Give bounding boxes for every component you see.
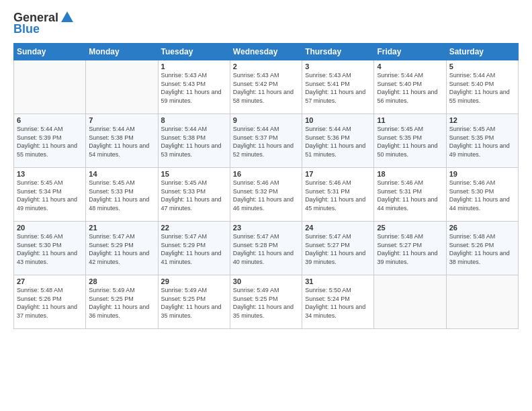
day-cell: 21Sunrise: 5:47 AM Sunset: 5:29 PM Dayli… bbox=[86, 222, 158, 275]
day-cell: 3Sunrise: 5:43 AM Sunset: 5:41 PM Daylig… bbox=[302, 60, 374, 114]
day-number: 4 bbox=[377, 62, 443, 71]
day-info: Sunrise: 5:45 AM Sunset: 5:34 PM Dayligh… bbox=[17, 179, 83, 212]
day-cell: 20Sunrise: 5:46 AM Sunset: 5:30 PM Dayli… bbox=[14, 222, 86, 275]
day-cell: 28Sunrise: 5:49 AM Sunset: 5:25 PM Dayli… bbox=[86, 275, 158, 329]
day-cell: 30Sunrise: 5:49 AM Sunset: 5:25 PM Dayli… bbox=[230, 275, 302, 329]
day-cell: 15Sunrise: 5:45 AM Sunset: 5:33 PM Dayli… bbox=[158, 168, 230, 222]
header-row: SundayMondayTuesdayWednesdayThursdayFrid… bbox=[14, 44, 519, 60]
col-header-monday: Monday bbox=[86, 44, 158, 60]
day-cell: 23Sunrise: 5:47 AM Sunset: 5:28 PM Dayli… bbox=[230, 222, 302, 275]
day-cell: 14Sunrise: 5:45 AM Sunset: 5:33 PM Dayli… bbox=[86, 168, 158, 222]
day-cell: 19Sunrise: 5:46 AM Sunset: 5:30 PM Dayli… bbox=[446, 168, 518, 222]
day-number: 13 bbox=[17, 170, 83, 178]
day-info: Sunrise: 5:44 AM Sunset: 5:40 PM Dayligh… bbox=[377, 71, 443, 105]
day-info: Sunrise: 5:46 AM Sunset: 5:31 PM Dayligh… bbox=[377, 179, 443, 212]
day-info: Sunrise: 5:46 AM Sunset: 5:30 PM Dayligh… bbox=[449, 179, 515, 212]
svg-marker-0 bbox=[61, 11, 73, 22]
day-number: 21 bbox=[89, 224, 154, 232]
day-number: 25 bbox=[377, 224, 443, 232]
day-number: 1 bbox=[161, 62, 227, 71]
day-number: 29 bbox=[161, 277, 227, 285]
day-cell: 5Sunrise: 5:44 AM Sunset: 5:40 PM Daylig… bbox=[446, 60, 518, 114]
day-info: Sunrise: 5:43 AM Sunset: 5:42 PM Dayligh… bbox=[233, 71, 299, 105]
week-row-2: 6Sunrise: 5:44 AM Sunset: 5:39 PM Daylig… bbox=[14, 114, 519, 168]
day-info: Sunrise: 5:45 AM Sunset: 5:33 PM Dayligh… bbox=[89, 179, 154, 212]
day-cell: 29Sunrise: 5:49 AM Sunset: 5:25 PM Dayli… bbox=[158, 275, 230, 329]
day-number: 14 bbox=[89, 170, 154, 178]
day-number: 20 bbox=[17, 224, 83, 232]
day-info: Sunrise: 5:44 AM Sunset: 5:37 PM Dayligh… bbox=[233, 125, 299, 158]
day-number: 31 bbox=[305, 277, 371, 285]
logo: General Blue bbox=[13, 10, 75, 36]
logo-blue: Blue bbox=[13, 22, 40, 36]
day-cell: 16Sunrise: 5:46 AM Sunset: 5:32 PM Dayli… bbox=[230, 168, 302, 222]
day-info: Sunrise: 5:47 AM Sunset: 5:29 PM Dayligh… bbox=[89, 232, 154, 266]
col-header-saturday: Saturday bbox=[446, 44, 518, 60]
day-info: Sunrise: 5:44 AM Sunset: 5:39 PM Dayligh… bbox=[17, 125, 83, 158]
day-info: Sunrise: 5:46 AM Sunset: 5:31 PM Dayligh… bbox=[305, 179, 371, 212]
day-number: 24 bbox=[305, 224, 371, 232]
day-number: 2 bbox=[233, 62, 299, 71]
day-cell: 2Sunrise: 5:43 AM Sunset: 5:42 PM Daylig… bbox=[230, 60, 302, 114]
day-cell: 26Sunrise: 5:48 AM Sunset: 5:26 PM Dayli… bbox=[446, 222, 518, 275]
day-cell: 11Sunrise: 5:45 AM Sunset: 5:35 PM Dayli… bbox=[374, 114, 446, 168]
week-row-3: 13Sunrise: 5:45 AM Sunset: 5:34 PM Dayli… bbox=[14, 168, 519, 222]
day-number: 30 bbox=[233, 277, 299, 285]
day-number: 26 bbox=[449, 224, 515, 232]
day-number: 10 bbox=[305, 116, 371, 124]
day-number: 22 bbox=[161, 224, 227, 232]
day-info: Sunrise: 5:49 AM Sunset: 5:25 PM Dayligh… bbox=[89, 286, 154, 320]
day-number: 12 bbox=[449, 116, 515, 124]
day-cell: 9Sunrise: 5:44 AM Sunset: 5:37 PM Daylig… bbox=[230, 114, 302, 168]
day-info: Sunrise: 5:49 AM Sunset: 5:25 PM Dayligh… bbox=[161, 286, 227, 320]
day-cell: 10Sunrise: 5:44 AM Sunset: 5:36 PM Dayli… bbox=[302, 114, 374, 168]
day-number: 7 bbox=[89, 116, 154, 124]
day-number: 17 bbox=[305, 170, 371, 178]
day-cell: 1Sunrise: 5:43 AM Sunset: 5:43 PM Daylig… bbox=[158, 60, 230, 114]
day-number: 28 bbox=[89, 277, 154, 285]
day-info: Sunrise: 5:47 AM Sunset: 5:27 PM Dayligh… bbox=[305, 232, 371, 266]
day-info: Sunrise: 5:45 AM Sunset: 5:33 PM Dayligh… bbox=[161, 179, 227, 212]
week-row-4: 20Sunrise: 5:46 AM Sunset: 5:30 PM Dayli… bbox=[14, 222, 519, 275]
day-number: 18 bbox=[377, 170, 443, 178]
col-header-tuesday: Tuesday bbox=[158, 44, 230, 60]
day-info: Sunrise: 5:44 AM Sunset: 5:38 PM Dayligh… bbox=[161, 125, 227, 158]
day-cell: 13Sunrise: 5:45 AM Sunset: 5:34 PM Dayli… bbox=[14, 168, 86, 222]
day-number: 9 bbox=[233, 116, 299, 124]
day-number: 11 bbox=[377, 116, 443, 124]
day-number: 3 bbox=[305, 62, 371, 71]
day-info: Sunrise: 5:50 AM Sunset: 5:24 PM Dayligh… bbox=[305, 286, 371, 320]
day-cell: 17Sunrise: 5:46 AM Sunset: 5:31 PM Dayli… bbox=[302, 168, 374, 222]
day-cell: 8Sunrise: 5:44 AM Sunset: 5:38 PM Daylig… bbox=[158, 114, 230, 168]
day-cell: 12Sunrise: 5:45 AM Sunset: 5:35 PM Dayli… bbox=[446, 114, 518, 168]
col-header-friday: Friday bbox=[374, 44, 446, 60]
day-cell: 22Sunrise: 5:47 AM Sunset: 5:29 PM Dayli… bbox=[158, 222, 230, 275]
day-info: Sunrise: 5:43 AM Sunset: 5:43 PM Dayligh… bbox=[161, 71, 227, 105]
day-cell bbox=[14, 60, 86, 114]
col-header-sunday: Sunday bbox=[14, 44, 86, 60]
day-info: Sunrise: 5:48 AM Sunset: 5:27 PM Dayligh… bbox=[377, 232, 443, 266]
day-info: Sunrise: 5:49 AM Sunset: 5:25 PM Dayligh… bbox=[233, 286, 299, 320]
col-header-wednesday: Wednesday bbox=[230, 44, 302, 60]
day-info: Sunrise: 5:45 AM Sunset: 5:35 PM Dayligh… bbox=[377, 125, 443, 158]
day-info: Sunrise: 5:44 AM Sunset: 5:40 PM Dayligh… bbox=[449, 71, 515, 105]
day-cell: 6Sunrise: 5:44 AM Sunset: 5:39 PM Daylig… bbox=[14, 114, 86, 168]
day-cell: 4Sunrise: 5:44 AM Sunset: 5:40 PM Daylig… bbox=[374, 60, 446, 114]
day-number: 27 bbox=[17, 277, 83, 285]
day-info: Sunrise: 5:43 AM Sunset: 5:41 PM Dayligh… bbox=[305, 71, 371, 105]
day-info: Sunrise: 5:48 AM Sunset: 5:26 PM Dayligh… bbox=[449, 232, 515, 266]
day-number: 19 bbox=[449, 170, 515, 178]
day-info: Sunrise: 5:46 AM Sunset: 5:30 PM Dayligh… bbox=[17, 232, 83, 266]
day-cell: 24Sunrise: 5:47 AM Sunset: 5:27 PM Dayli… bbox=[302, 222, 374, 275]
day-info: Sunrise: 5:47 AM Sunset: 5:29 PM Dayligh… bbox=[161, 232, 227, 266]
day-cell bbox=[446, 275, 518, 329]
day-info: Sunrise: 5:48 AM Sunset: 5:26 PM Dayligh… bbox=[17, 286, 83, 320]
day-info: Sunrise: 5:45 AM Sunset: 5:35 PM Dayligh… bbox=[449, 125, 515, 158]
day-info: Sunrise: 5:44 AM Sunset: 5:36 PM Dayligh… bbox=[305, 125, 371, 158]
day-info: Sunrise: 5:46 AM Sunset: 5:32 PM Dayligh… bbox=[233, 179, 299, 212]
week-row-1: 1Sunrise: 5:43 AM Sunset: 5:43 PM Daylig… bbox=[14, 60, 519, 114]
day-info: Sunrise: 5:44 AM Sunset: 5:38 PM Dayligh… bbox=[89, 125, 154, 158]
day-cell bbox=[86, 60, 158, 114]
page-container: General Blue SundayMondayTuesdayWednesda… bbox=[0, 0, 532, 411]
day-number: 5 bbox=[449, 62, 515, 71]
